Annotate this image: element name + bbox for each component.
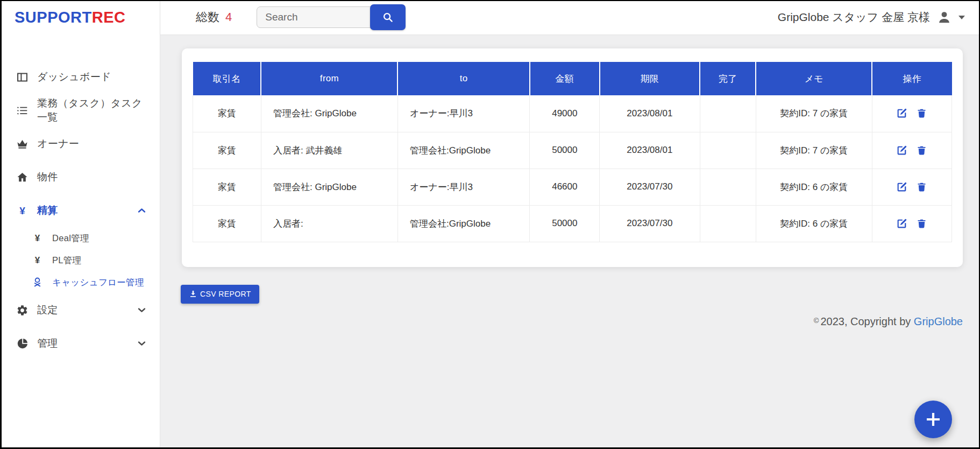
table-header: 取引名 from to 金額 期限 完了 メモ 操作 — [193, 62, 952, 95]
brand-logo-support: SUPPORT — [15, 9, 92, 26]
sidebar-item-label: 精算 — [37, 204, 138, 218]
cell-done — [700, 95, 756, 132]
sidebar-item-tasks[interactable]: 業務（タスク）タスク一覧 — [0, 94, 160, 127]
sidebar-item-owner[interactable]: オーナー — [0, 127, 160, 160]
sidebar-item-label: 管理 — [37, 336, 138, 350]
cell-deal-name: 家賃 — [193, 169, 261, 205]
chevron-down-icon — [138, 341, 146, 346]
cell-deal-name: 家賃 — [193, 132, 261, 169]
footer-brand-link[interactable]: GripGlobe — [914, 315, 963, 327]
sidebar-item-admin[interactable]: 管理 — [0, 327, 160, 360]
table-row: 家賃 管理会社: GripGlobe オーナー:早川3 46600 2023/0… — [193, 169, 952, 205]
cashflow-table: 取引名 from to 金額 期限 完了 メモ 操作 家賃 — [193, 62, 952, 242]
main-area: 総数 4 GripGlobe スタッフ 金屋 京様 — [160, 0, 980, 449]
cell-done — [700, 169, 756, 205]
content-area: 取引名 from to 金額 期限 完了 メモ 操作 家賃 — [160, 34, 980, 449]
cell-memo: 契約ID: 7 の家賃 — [756, 95, 872, 132]
footer-copyright: ©2023, Copyright by GripGlobe — [182, 315, 963, 328]
table-body: 家賃 管理会社: GripGlobe オーナー:早川3 49000 2023/0… — [193, 95, 952, 242]
delete-button[interactable] — [916, 218, 927, 229]
cell-deal-name: 家賃 — [193, 95, 261, 132]
cell-due: 2023/08/01 — [600, 95, 700, 132]
crown-icon — [16, 137, 29, 151]
cell-from: 入居者: — [261, 205, 397, 242]
sidebar-item-label: Deal管理 — [52, 233, 146, 244]
csv-report-button[interactable]: CSV REPORT — [181, 285, 259, 304]
download-icon — [189, 290, 197, 298]
delete-button[interactable] — [916, 145, 927, 156]
edit-button[interactable] — [896, 108, 907, 119]
table-row: 家賃 入居者: 武井義雄 管理会社:GripGlobe 50000 2023/0… — [193, 132, 952, 169]
user-menu[interactable]: GripGlobe スタッフ 金屋 京様 — [778, 10, 965, 25]
delete-button[interactable] — [916, 181, 927, 193]
plus-icon — [924, 410, 943, 429]
search-button[interactable] — [370, 4, 406, 30]
total-count-label: 総数 — [196, 9, 219, 25]
cell-from: 入居者: 武井義雄 — [261, 132, 397, 169]
brand-logo[interactable]: SUPPORTREC — [0, 0, 160, 34]
sidebar-nav: ダッシュボード 業務（タスク）タスク一覧 オーナー 物件 — [0, 34, 160, 360]
cell-to: オーナー:早川3 — [397, 169, 530, 205]
yen-icon: ¥ — [16, 204, 29, 218]
cell-from: 管理会社: GripGlobe — [261, 95, 397, 132]
user-name: GripGlobe スタッフ 金屋 京様 — [778, 10, 930, 25]
edit-button[interactable] — [896, 181, 907, 193]
trash-icon — [916, 181, 927, 193]
sidebar-item-dashboard[interactable]: ダッシュボード — [0, 60, 160, 94]
copyright-symbol: © — [814, 317, 819, 325]
cell-done — [700, 132, 756, 169]
edit-button[interactable] — [896, 218, 907, 229]
sidebar-item-settlement[interactable]: ¥ 精算 — [0, 194, 160, 227]
edit-icon — [896, 145, 907, 156]
delete-button[interactable] — [916, 108, 927, 119]
edit-icon — [896, 181, 907, 193]
sidebar-item-cashflow[interactable]: キャッシュフロー管理 — [0, 271, 160, 293]
yen-icon: ¥ — [32, 233, 43, 244]
column-header-to: to — [397, 62, 530, 95]
cell-deal-name: 家賃 — [193, 205, 261, 242]
cell-actions — [872, 95, 951, 132]
copyright-text: 2023, Copyright by — [820, 315, 911, 327]
sidebar-item-pl[interactable]: ¥ PL管理 — [0, 249, 160, 271]
column-header-amount: 金額 — [530, 62, 600, 95]
search-input[interactable] — [257, 6, 375, 28]
chevron-up-icon — [138, 208, 146, 213]
brand-logo-rec: REC — [92, 9, 126, 26]
column-header-done: 完了 — [700, 62, 756, 95]
chevron-down-icon — [958, 16, 965, 19]
edit-icon — [896, 108, 907, 119]
cell-memo: 契約ID: 6 の家賃 — [756, 205, 872, 242]
cashflow-icon — [32, 277, 43, 288]
column-header-memo: メモ — [756, 62, 872, 95]
sidebar-item-label: オーナー — [37, 137, 146, 151]
column-header-due: 期限 — [600, 62, 700, 95]
add-record-fab[interactable] — [914, 401, 952, 438]
cell-memo: 契約ID: 6 の家賃 — [756, 169, 872, 205]
sidebar-item-deal[interactable]: ¥ Deal管理 — [0, 227, 160, 249]
cell-due: 2023/07/30 — [600, 169, 700, 205]
gear-icon — [16, 304, 29, 317]
cashflow-table-card: 取引名 from to 金額 期限 完了 メモ 操作 家賃 — [182, 48, 963, 267]
cell-actions — [872, 132, 951, 169]
total-count-value: 4 — [225, 10, 232, 24]
sidebar-item-settings[interactable]: 設定 — [0, 293, 160, 327]
cell-amount: 50000 — [530, 132, 600, 169]
sidebar-item-property[interactable]: 物件 — [0, 160, 160, 194]
cell-amount: 50000 — [530, 205, 600, 242]
home-icon — [16, 171, 29, 184]
trash-icon — [916, 145, 927, 156]
column-header-actions: 操作 — [872, 62, 951, 95]
table-row: 家賃 入居者: 管理会社:GripGlobe 50000 2023/07/30 … — [193, 205, 952, 242]
person-icon — [937, 10, 951, 25]
dashboard-icon — [16, 71, 29, 84]
cell-to: 管理会社:GripGlobe — [397, 132, 530, 169]
column-header-from: from — [261, 62, 397, 95]
cell-to: 管理会社:GripGlobe — [397, 205, 530, 242]
cell-memo: 契約ID: 7 の家賃 — [756, 132, 872, 169]
sidebar-item-label: PL管理 — [52, 255, 146, 266]
edit-button[interactable] — [896, 145, 907, 156]
cell-due: 2023/08/01 — [600, 132, 700, 169]
search-box — [257, 4, 406, 30]
cell-done — [700, 205, 756, 242]
pie-chart-icon — [16, 337, 29, 350]
